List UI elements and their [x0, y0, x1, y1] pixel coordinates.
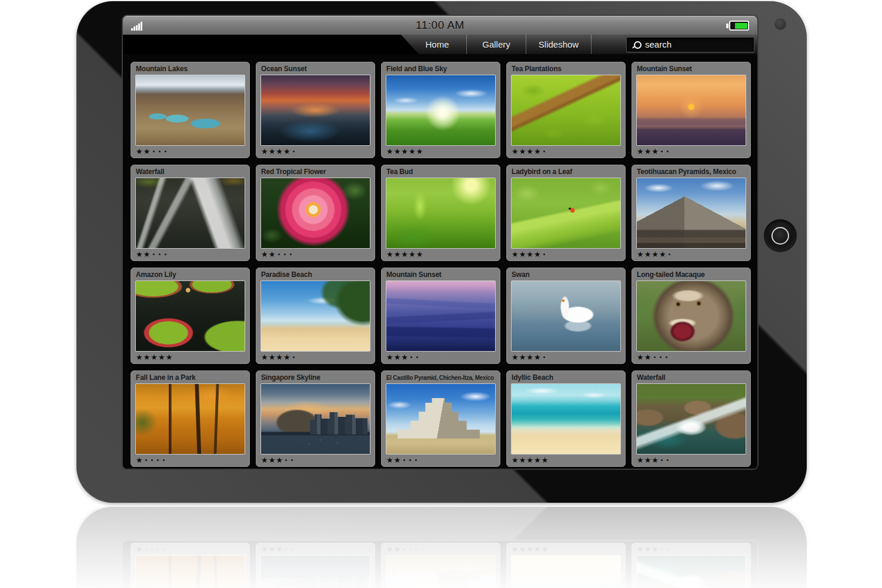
- star-filled-icon: ★: [401, 353, 408, 362]
- paradise-beach-photo: [261, 281, 370, 351]
- star-filled-icon: ★: [261, 353, 268, 362]
- photo-tile[interactable]: Field and Blue Sky ★★★★★: [381, 62, 500, 158]
- star-filled-icon: ★: [261, 250, 268, 259]
- star-filled-icon: ★: [386, 147, 393, 156]
- photo-tile[interactable]: Waterfall ★★: [131, 165, 250, 261]
- star-empty-icon: [159, 151, 161, 152]
- tab-slideshow[interactable]: Slideshow: [526, 35, 592, 54]
- star-rating: ★★★★: [512, 249, 620, 259]
- photo-tile[interactable]: Fall Lane in a Park ★: [131, 370, 250, 467]
- photo-tile[interactable]: Singapore Skyline ★★★: [256, 370, 375, 467]
- star-filled-icon: ★: [519, 353, 526, 362]
- tablet-reflection: 11:00 AM Home Gallery Slideshow: [0, 507, 882, 588]
- star-filled-icon: ★: [136, 250, 143, 259]
- tab-gallery[interactable]: Gallery: [467, 35, 526, 54]
- star-rating: ★★★★★: [386, 146, 495, 156]
- tab-slideshow-label: Slideshow: [539, 39, 579, 49]
- tab-home[interactable]: Home: [408, 35, 467, 54]
- star-filled-icon: ★: [261, 147, 268, 156]
- photo-tile[interactable]: Swan ★★★★: [506, 268, 626, 364]
- photo-tile[interactable]: Long-tailed Macaque ★★: [632, 268, 751, 364]
- photo-tile[interactable]: Ladybird on a Leaf ★★★★: [506, 165, 626, 261]
- photo-title: Singapore Skyline: [261, 372, 370, 384]
- tab-gallery-label: Gallery: [482, 39, 510, 49]
- photo-title: El Castillo Pyramid, Chichen-Itza, Mexic…: [386, 372, 495, 384]
- star-empty-icon: [410, 356, 412, 358]
- star-filled-icon: ★: [394, 353, 401, 362]
- photo-title: Long-tailed Macaque: [637, 269, 746, 281]
- star-filled-icon: ★: [519, 147, 526, 156]
- battery-icon: [726, 21, 749, 31]
- star-rating: ★★★: [261, 455, 370, 465]
- star-filled-icon: ★: [652, 456, 659, 465]
- photo-tile[interactable]: Mountain Sunset ★★★: [632, 62, 751, 158]
- ocean-sunset-photo: [261, 75, 370, 145]
- star-filled-icon: ★: [394, 456, 401, 465]
- photo-tile[interactable]: Waterfall ★★★: [632, 370, 751, 467]
- field-blue-sky-photo: [386, 75, 495, 145]
- waterfall-rocks-photo: [136, 178, 245, 248]
- photo-tile[interactable]: Idyllic Beach ★★★★★: [506, 370, 626, 467]
- photo-tile[interactable]: Mountain Lakes ★★: [131, 62, 250, 158]
- photo-tile[interactable]: Teotihuacan Pyramids, Mexico ★★★★: [632, 165, 751, 261]
- gallery-grid: Mountain Lakes ★★ Ocean Sunset ★★★★ Fiel…: [123, 54, 757, 469]
- photo-tile[interactable]: Ocean Sunset ★★★★: [256, 62, 375, 158]
- star-filled-icon: ★: [143, 250, 151, 259]
- star-filled-icon: ★: [269, 456, 276, 465]
- star-filled-icon: ★: [519, 250, 526, 259]
- search-input[interactable]: [645, 39, 749, 49]
- star-rating: ★★★★★: [136, 352, 245, 362]
- star-filled-icon: ★: [512, 353, 519, 362]
- photo-title: Mountain Sunset: [637, 63, 746, 75]
- photo-tile[interactable]: Amazon Lily ★★★★★: [131, 268, 250, 364]
- star-empty-icon: [543, 151, 545, 152]
- photo-title: Waterfall: [637, 372, 746, 384]
- red-tropical-flower-photo: [261, 178, 370, 248]
- star-empty-icon: [153, 151, 155, 152]
- star-filled-icon: ★: [637, 250, 644, 259]
- star-filled-icon: ★: [276, 147, 283, 156]
- page: 11:00 AM Home Gallery Slideshow: [0, 0, 882, 588]
- photo-title: Tea Bud: [386, 166, 495, 178]
- ladybird-on-leaf-photo: [512, 178, 620, 248]
- photo-tile[interactable]: Red Tropical Flower ★★: [256, 165, 375, 261]
- star-filled-icon: ★: [136, 147, 143, 156]
- star-empty-icon: [543, 356, 545, 358]
- star-empty-icon: [278, 253, 280, 255]
- star-filled-icon: ★: [386, 250, 393, 259]
- photo-tile[interactable]: Tea Bud ★★★★★: [381, 165, 500, 261]
- photo-tile[interactable]: Tea Plantations ★★★★: [506, 62, 626, 158]
- star-empty-icon: [293, 356, 295, 358]
- star-filled-icon: ★: [143, 147, 151, 156]
- home-button[interactable]: [764, 219, 797, 252]
- photo-tile[interactable]: Mountain Sunset ★★★: [381, 268, 500, 364]
- photo-tile[interactable]: El Castillo Pyramid, Chichen-Itza, Mexic…: [381, 370, 500, 467]
- star-rating: ★★: [136, 249, 245, 259]
- star-filled-icon: ★: [283, 147, 290, 156]
- star-filled-icon: ★: [526, 147, 533, 156]
- star-empty-icon: [151, 459, 153, 461]
- star-rating: ★★: [136, 146, 245, 156]
- star-filled-icon: ★: [526, 456, 533, 465]
- photo-title: Paradise Beach: [261, 269, 370, 281]
- star-rating: ★★★: [637, 146, 746, 156]
- star-empty-icon: [661, 151, 663, 152]
- star-empty-icon: [403, 459, 405, 461]
- star-rating: ★★★★: [512, 352, 620, 362]
- star-empty-icon: [543, 253, 545, 255]
- long-tailed-macaque-photo: [637, 281, 746, 351]
- magnifier-icon: [632, 40, 641, 49]
- search-box[interactable]: [626, 37, 754, 52]
- star-filled-icon: ★: [542, 456, 549, 465]
- swan-photo: [512, 281, 620, 351]
- star-rating: ★★: [261, 249, 370, 259]
- star-filled-icon: ★: [652, 250, 659, 259]
- photo-tile[interactable]: Paradise Beach ★★★★: [256, 268, 375, 364]
- photo-title: Idyllic Beach: [512, 372, 620, 384]
- clock-time: 11:00 AM: [123, 19, 757, 32]
- star-filled-icon: ★: [534, 250, 541, 259]
- star-filled-icon: ★: [644, 353, 652, 362]
- star-filled-icon: ★: [416, 147, 423, 156]
- photo-title: Ocean Sunset: [261, 63, 370, 75]
- star-filled-icon: ★: [283, 353, 290, 362]
